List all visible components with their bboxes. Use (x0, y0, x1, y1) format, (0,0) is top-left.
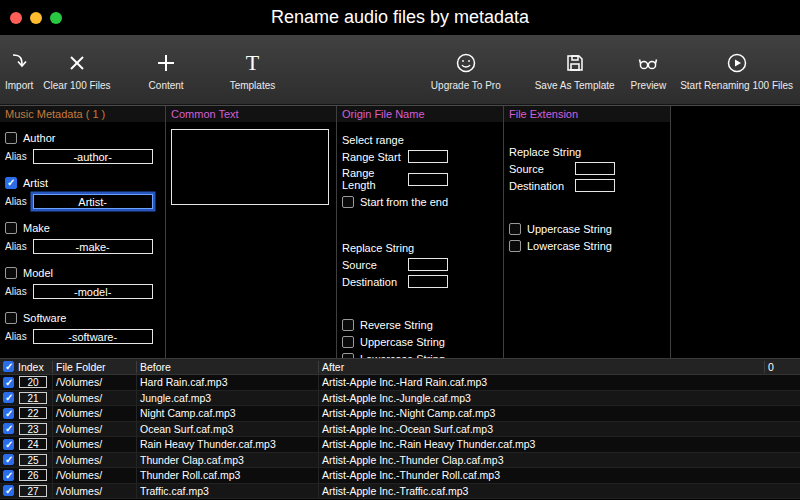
row-after: Artist-Apple Inc.-Traffic.caf.mp3 (318, 484, 800, 499)
checkbox-icon (342, 353, 354, 358)
author-alias-input[interactable] (33, 149, 153, 164)
row-checkbox[interactable] (3, 408, 14, 419)
panel-title-common-text: Common Text (166, 106, 336, 122)
row-before: Thunder Clap.caf.mp3 (136, 453, 318, 468)
extension-source-input[interactable] (575, 162, 615, 175)
start-from-end-checkbox[interactable]: Start from the end (342, 196, 498, 208)
make-alias-input[interactable] (33, 239, 153, 254)
row-index: 27 (19, 485, 47, 497)
checkbox-label: Artist (23, 177, 48, 189)
toolbar-label: Save As Template (535, 80, 615, 91)
table-row[interactable]: 25 /Volumes/ Thunder Clap.caf.mp3 Artist… (0, 453, 800, 469)
row-after: Artist-Apple Inc.-Hard Rain.caf.mp3 (318, 375, 800, 390)
row-before: Rain Heavy Thunder.caf.mp3 (136, 437, 318, 452)
row-folder: /Volumes/ (52, 391, 136, 406)
artist-alias-input[interactable] (33, 194, 153, 209)
checkbox-label: Lowercase String (527, 240, 612, 252)
settings-panels: Music Metadata ( 1 ) Author Alias Artist (0, 105, 800, 358)
table-row[interactable]: 26 /Volumes/ Thunder Roll.caf.mp3 Artist… (0, 468, 800, 484)
select-range-label: Select range (342, 134, 498, 146)
select-all-checkbox[interactable] (3, 361, 14, 372)
row-index: 25 (19, 454, 47, 466)
row-before: Jungle.caf.mp3 (136, 391, 318, 406)
templates-button[interactable]: T Templates (230, 49, 276, 91)
table-row[interactable]: 23 /Volumes/ Ocean Surf.caf.mp3 Artist-A… (0, 422, 800, 438)
column-header-folder[interactable]: File Folder (52, 361, 136, 373)
checkbox-icon (342, 196, 354, 208)
common-text-input[interactable] (171, 129, 329, 205)
row-before: Thunder Roll.caf.mp3 (136, 468, 318, 483)
toolbar-label: Import (5, 80, 33, 91)
toolbar-label: Start Renaming 100 Files (680, 80, 793, 91)
alias-label: Alias (5, 331, 27, 342)
checkbox-label: Make (23, 222, 50, 234)
row-after: Artist-Apple Inc.-Rain Heavy Thunder.caf… (318, 437, 800, 452)
file-table-body: 20 /Volumes/ Hard Rain.caf.mp3 Artist-Ap… (0, 375, 800, 499)
software-checkbox[interactable]: Software (5, 312, 160, 324)
table-row[interactable]: 21 /Volumes/ Jungle.caf.mp3 Artist-Apple… (0, 391, 800, 407)
window-title: Rename audio files by metadata (0, 7, 800, 28)
save-icon (563, 49, 587, 77)
toolbar-label: Templates (230, 80, 276, 91)
alias-label: Alias (5, 286, 27, 297)
checkbox-label: Uppercase String (527, 223, 612, 235)
panel-spare (671, 106, 800, 358)
software-alias-input[interactable] (33, 329, 153, 344)
row-checkbox[interactable] (3, 439, 14, 450)
row-checkbox[interactable] (3, 470, 14, 481)
row-checkbox[interactable] (3, 377, 14, 388)
upgrade-to-pro-button[interactable]: Upgrade To Pro (431, 49, 501, 91)
origin-source-input[interactable] (408, 258, 448, 271)
origin-destination-input[interactable] (408, 275, 448, 288)
row-checkbox[interactable] (3, 485, 14, 496)
row-before: Night Camp.caf.mp3 (136, 406, 318, 421)
row-after: Artist-Apple Inc.-Ocean Surf.caf.mp3 (318, 422, 800, 437)
toolbar-label: Content (149, 80, 184, 91)
table-row[interactable]: 20 /Volumes/ Hard Rain.caf.mp3 Artist-Ap… (0, 375, 800, 391)
column-header-after[interactable]: After (318, 361, 764, 373)
extension-uppercase-checkbox[interactable]: Uppercase String (509, 223, 665, 235)
row-index: 23 (19, 423, 47, 435)
toolbar-label: Upgrade To Pro (431, 80, 501, 91)
checkbox-label: Software (23, 312, 66, 324)
row-after: Artist-Apple Inc.-Thunder Roll.caf.mp3 (318, 468, 800, 483)
alias-label: Alias (5, 151, 27, 162)
table-row[interactable]: 24 /Volumes/ Rain Heavy Thunder.caf.mp3 … (0, 437, 800, 453)
range-length-input[interactable] (408, 173, 448, 186)
row-checkbox[interactable] (3, 454, 14, 465)
row-index: 21 (19, 392, 47, 404)
smiley-icon (454, 49, 478, 77)
artist-checkbox[interactable]: Artist (5, 177, 160, 189)
reverse-string-checkbox[interactable]: Reverse String (342, 319, 498, 331)
column-header-index[interactable]: Index (17, 361, 52, 373)
make-checkbox[interactable]: Make (5, 222, 160, 234)
table-row[interactable]: 27 /Volumes/ Traffic.caf.mp3 Artist-Appl… (0, 484, 800, 500)
column-header-before[interactable]: Before (136, 361, 318, 373)
row-checkbox[interactable] (3, 392, 14, 403)
checkbox-icon (509, 223, 521, 235)
preview-button[interactable]: Preview (631, 49, 667, 91)
extension-lowercase-checkbox[interactable]: Lowercase String (509, 240, 665, 252)
origin-lowercase-checkbox[interactable]: Lowercase String (342, 353, 498, 358)
extension-destination-input[interactable] (575, 179, 615, 192)
author-checkbox[interactable]: Author (5, 132, 160, 144)
start-renaming-button[interactable]: Start Renaming 100 Files (680, 49, 793, 91)
checkbox-label: Uppercase String (360, 336, 445, 348)
import-button[interactable]: Import (5, 49, 33, 91)
row-index: 26 (19, 469, 47, 481)
model-checkbox[interactable]: Model (5, 267, 160, 279)
row-checkbox[interactable] (3, 423, 14, 434)
clear-files-button[interactable]: Clear 100 Files (43, 49, 110, 91)
checkbox-label: Model (23, 267, 53, 279)
origin-uppercase-checkbox[interactable]: Uppercase String (342, 336, 498, 348)
range-start-input[interactable] (408, 150, 448, 163)
save-as-template-button[interactable]: Save As Template (535, 49, 615, 91)
table-row[interactable]: 22 /Volumes/ Night Camp.caf.mp3 Artist-A… (0, 406, 800, 422)
panel-common-text: Common Text (166, 106, 337, 358)
row-after: Artist-Apple Inc.-Night Camp.caf.mp3 (318, 406, 800, 421)
model-alias-input[interactable] (33, 284, 153, 299)
content-button[interactable]: Content (149, 49, 184, 91)
alias-label: Alias (5, 241, 27, 252)
checkbox-icon (5, 312, 17, 324)
import-icon (7, 49, 31, 77)
